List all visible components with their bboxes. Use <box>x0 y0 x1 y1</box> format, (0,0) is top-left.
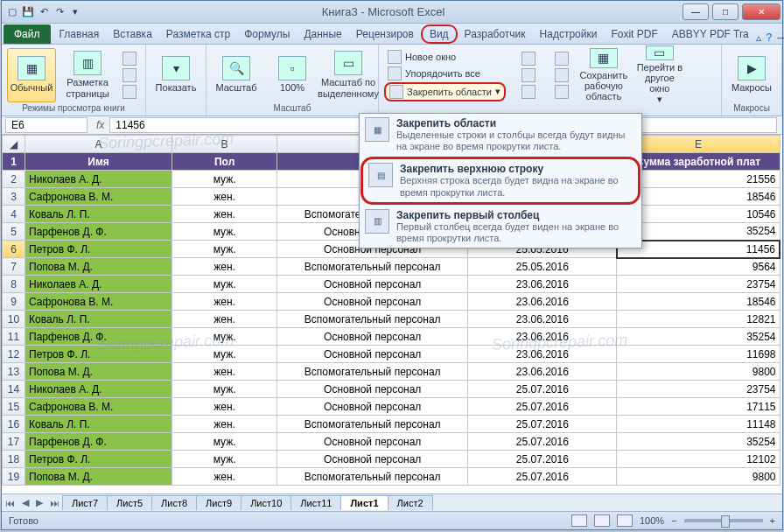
split-icon[interactable] <box>518 51 539 66</box>
row-5[interactable]: 5 <box>3 223 25 241</box>
row-1[interactable]: 1 <box>3 153 25 171</box>
cell[interactable]: Парфенов Д. Ф. <box>25 433 172 451</box>
cell[interactable]: 25.05.2016 <box>468 258 617 276</box>
new-window-button[interactable]: Новое окно <box>384 49 506 65</box>
sheet-nav-last[interactable]: ⏭ <box>46 498 63 508</box>
save-icon[interactable]: 💾 <box>21 5 35 19</box>
view-pagelayout-button[interactable]: ▥Разметка страницы <box>63 48 112 102</box>
row-11[interactable]: 11 <box>3 328 25 346</box>
close-button[interactable]: ✕ <box>742 4 780 20</box>
zoom-in-button[interactable]: + <box>770 515 775 526</box>
cell[interactable]: 25.07.2016 <box>468 433 617 451</box>
row-4[interactable]: 4 <box>3 206 25 223</box>
view-normal-button[interactable]: ▦Обычный <box>7 48 56 102</box>
row-3[interactable]: 3 <box>3 188 25 206</box>
cell[interactable]: Основной персонал <box>277 293 468 311</box>
tab-Главная[interactable]: Главная <box>52 24 107 44</box>
cell[interactable]: Попова М. Д. <box>25 363 172 381</box>
tab-Foxit PDF[interactable]: Foxit PDF <box>604 24 664 44</box>
row-16[interactable]: 16 <box>3 416 25 433</box>
qat-more-icon[interactable]: ▾ <box>68 5 82 19</box>
cell[interactable]: Основной персонал <box>277 328 468 346</box>
cell[interactable]: 11148 <box>617 416 780 433</box>
sync-icon[interactable] <box>551 51 572 66</box>
cell[interactable]: жен. <box>172 363 277 381</box>
row-14[interactable]: 14 <box>3 381 25 398</box>
tab-Надстройки[interactable]: Надстройки <box>533 24 605 44</box>
row-9[interactable]: 9 <box>3 293 25 311</box>
cell[interactable]: Попова М. Д. <box>25 258 172 276</box>
row-12[interactable]: 12 <box>3 346 25 363</box>
name-box[interactable]: E6 <box>5 117 88 133</box>
cell[interactable]: 23.06.2016 <box>468 328 617 346</box>
col-B[interactable]: B <box>172 136 277 153</box>
cell[interactable]: Основной персонал <box>277 398 468 416</box>
cell[interactable]: жен. <box>172 398 277 416</box>
cell[interactable]: Петров Ф. Л. <box>25 451 172 468</box>
cell[interactable]: Вспомогательный персонал <box>277 363 468 381</box>
cell[interactable]: муж. <box>172 171 277 188</box>
cell[interactable]: Петров Ф. Л. <box>25 241 172 258</box>
help-icon[interactable]: ? <box>766 32 773 44</box>
row-17[interactable]: 17 <box>3 433 25 451</box>
cell[interactable]: жен. <box>172 416 277 433</box>
row-10[interactable]: 10 <box>3 311 25 328</box>
view-layout-icon[interactable] <box>594 514 610 527</box>
cell[interactable]: Сафронова В. М. <box>25 188 172 206</box>
freeze-top-row-item[interactable]: ▤Закрепить верхнюю строкуВерхняя строка … <box>360 157 640 204</box>
sheet-tab-Лист10[interactable]: Лист10 <box>241 495 291 510</box>
row-18[interactable]: 18 <box>3 451 25 468</box>
zoom-slider[interactable] <box>684 519 763 522</box>
fx-icon[interactable]: fx <box>91 119 109 131</box>
cell[interactable]: жен. <box>172 206 277 223</box>
freeze-panes-button[interactable]: Закрепить области ▾ <box>384 82 506 102</box>
row-2[interactable]: 2 <box>3 171 25 188</box>
cell[interactable]: Николаев А. Д. <box>25 171 172 188</box>
cell[interactable]: жен. <box>172 188 277 206</box>
tab-Формулы[interactable]: Формулы <box>237 24 297 44</box>
sheet-tab-Лист8[interactable]: Лист8 <box>151 495 197 510</box>
zoom-selection-button[interactable]: ▭Масштаб по выделенному <box>324 48 373 102</box>
cell[interactable]: 25.07.2016 <box>468 398 617 416</box>
macros-button[interactable]: ▶Макросы <box>727 48 776 102</box>
cell[interactable]: муж. <box>172 346 277 363</box>
cell[interactable]: 18546 <box>617 293 780 311</box>
cell[interactable]: 11698 <box>617 346 780 363</box>
sheet-nav-prev[interactable]: ◀ <box>18 497 32 508</box>
tab-file[interactable]: Файл <box>4 24 51 44</box>
cell[interactable]: Сафронова В. М. <box>25 398 172 416</box>
tab-Вид[interactable]: Вид <box>421 24 458 44</box>
cell[interactable]: 17115 <box>617 398 780 416</box>
cell[interactable]: Парфенов Д. Ф. <box>25 328 172 346</box>
view-break-icon[interactable] <box>617 514 633 527</box>
cell[interactable]: жен. <box>172 468 277 486</box>
cell[interactable]: 12102 <box>617 451 780 468</box>
cell[interactable]: 35254 <box>617 433 780 451</box>
cell[interactable]: муж. <box>172 328 277 346</box>
tab-Разработчик[interactable]: Разработчик <box>458 24 533 44</box>
minimize-button[interactable]: — <box>682 4 709 20</box>
freeze-panes-item[interactable]: ▦Закрепить областиВыделенные строки и ст… <box>360 114 641 156</box>
show-button[interactable]: ▾Показать <box>151 48 200 102</box>
sheet-nav-next[interactable]: ▶ <box>32 497 46 508</box>
zoom-out-button[interactable]: − <box>671 515 676 526</box>
tab-ABBYY PDF Tra[interactable]: ABBYY PDF Tra <box>665 24 756 44</box>
tab-Данные[interactable]: Данные <box>297 24 348 44</box>
cell[interactable]: 35254 <box>617 328 780 346</box>
cell[interactable]: Парфенов Д. Ф. <box>25 223 172 241</box>
row-6[interactable]: 6 <box>3 241 25 258</box>
cell[interactable]: жен. <box>172 311 277 328</box>
view-fullscreen-icon[interactable] <box>119 84 140 100</box>
cell[interactable]: Вспомогательный персонал <box>277 416 468 433</box>
cell[interactable]: муж. <box>172 223 277 241</box>
save-workspace-button[interactable]: ▦Сохранить рабочую область <box>579 48 628 102</box>
hide-icon[interactable] <box>518 67 539 83</box>
cell[interactable]: 25.07.2016 <box>468 416 617 433</box>
cell[interactable]: 9800 <box>617 468 780 486</box>
cell[interactable]: Основной персонал <box>277 276 468 293</box>
zoom-100-button[interactable]: ▫100% <box>268 48 317 102</box>
ribbon-min-icon[interactable]: ▵ <box>756 32 761 44</box>
cell[interactable]: муж. <box>172 241 277 258</box>
zoom-level[interactable]: 100% <box>640 515 664 526</box>
row-7[interactable]: 7 <box>3 258 25 276</box>
